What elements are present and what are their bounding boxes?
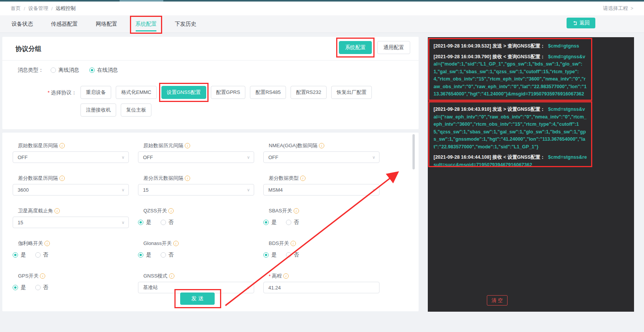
info-icon[interactable]: i bbox=[54, 208, 60, 214]
field-label: Glonass开关 bbox=[143, 240, 172, 247]
scrollbar-thumb[interactable] bbox=[412, 134, 415, 169]
tab-系统配置[interactable]: 系统配置 bbox=[135, 15, 157, 33]
back-button[interactable]: 返回 bbox=[567, 18, 595, 28]
info-icon[interactable]: i bbox=[168, 208, 174, 214]
chevron-down-icon: ∨ bbox=[122, 155, 125, 160]
protocol-button-注册接收机[interactable]: 注册接收机 bbox=[80, 104, 116, 117]
select-value: OFF bbox=[18, 154, 28, 160]
group-button-系统配置[interactable]: 系统配置 bbox=[339, 41, 372, 54]
radio-option-否[interactable]: 否 bbox=[35, 284, 49, 291]
field-label-row: 差分历元数据间隔i bbox=[138, 174, 254, 182]
info-icon[interactable]: i bbox=[185, 176, 190, 181]
protocol-row: *选择协议： 重启设备格式化EMMC设置GNSS配置配置GPRS配置RS485配… bbox=[15, 86, 409, 117]
protocol-button-配置RS232[interactable]: 配置RS232 bbox=[291, 86, 327, 99]
chevron-down-icon: ∨ bbox=[247, 187, 250, 192]
radio-option-是[interactable]: 是 bbox=[13, 251, 26, 258]
info-icon[interactable]: i bbox=[44, 241, 50, 246]
required-asterisk: * bbox=[269, 273, 271, 279]
form-field-Glonass开关: Glonass开关i是否 bbox=[138, 240, 254, 263]
select-NMEA(GGA)数据间隔[interactable]: OFF∨ bbox=[263, 151, 380, 163]
send-button[interactable]: 发 送 bbox=[180, 293, 215, 305]
input-高程[interactable] bbox=[263, 282, 380, 293]
protocol-group-panel: 协议分组 系统配置通用配置 消息类型： 离线消息在线消息 *选择协议： 重启设备… bbox=[2, 37, 419, 129]
protocol-button-配置GPRS[interactable]: 配置GPRS bbox=[211, 86, 246, 99]
radio-option-是[interactable]: 是 bbox=[263, 219, 277, 226]
select-原始数据历元间隔[interactable]: OFF∨ bbox=[138, 151, 254, 163]
chevron-down-icon: ∨ bbox=[122, 187, 125, 192]
protocol-button-复位主板[interactable]: 复位主板 bbox=[121, 104, 151, 117]
select-差分数据类型[interactable]: MSM4∨ bbox=[263, 184, 380, 196]
info-icon[interactable]: i bbox=[291, 241, 296, 246]
back-button-label: 返回 bbox=[580, 20, 590, 26]
protocol-button-设置GNSS配置[interactable]: 设置GNSS配置 bbox=[161, 86, 206, 99]
breadcrumb-item[interactable]: 远程控制 bbox=[56, 5, 76, 12]
tab-设备状态[interactable]: 设备状态 bbox=[12, 15, 33, 33]
breadcrumb: 首页/设备管理/远程控制 bbox=[11, 5, 76, 12]
radio-label: 否 bbox=[43, 251, 49, 258]
project-selector[interactable]: 请选择工程 > bbox=[603, 5, 633, 12]
field-label-row: 原始数据星历间隔i bbox=[13, 142, 129, 150]
radio-option-离线消息[interactable]: 离线消息 bbox=[51, 67, 79, 74]
info-icon[interactable]: i bbox=[169, 273, 174, 279]
info-icon[interactable]: i bbox=[173, 241, 179, 246]
log-block: [2021-09-28 16:04:43.910] 发送 > 设置GNSS配置：… bbox=[428, 101, 592, 167]
field-label: QZSS开关 bbox=[143, 207, 167, 214]
field-label-row: *高程i bbox=[263, 272, 380, 280]
log-entry: [2021-09-28 16:04:39.532] 发送 > 查询GNSS配置：… bbox=[434, 43, 587, 50]
radio-option-是[interactable]: 是 bbox=[263, 251, 277, 258]
info-icon[interactable]: i bbox=[294, 208, 299, 214]
info-icon[interactable]: i bbox=[59, 143, 65, 148]
protocol-button-恢复出厂配置[interactable]: 恢复出厂配置 bbox=[331, 86, 372, 99]
tab-传感器配置[interactable]: 传感器配置 bbox=[51, 15, 78, 33]
field-label: 卫星高度截止角 bbox=[18, 207, 53, 214]
select-差分历元数据间隔[interactable]: 15∨ bbox=[138, 184, 254, 196]
breadcrumb-item[interactable]: 首页 bbox=[11, 5, 21, 12]
radio-icon bbox=[286, 252, 291, 258]
radio-option-否[interactable]: 否 bbox=[286, 251, 299, 258]
radio-label: 是 bbox=[271, 219, 277, 226]
field-label: GPS开关 bbox=[18, 273, 38, 279]
field-label-row: SBAS开关i bbox=[263, 207, 380, 215]
gnss-form-grid: 原始数据星历间隔iOFF∨原始数据历元间隔iOFF∨NMEA(GGA)数据间隔i… bbox=[13, 142, 380, 295]
tab-下发历史[interactable]: 下发历史 bbox=[175, 15, 196, 33]
select-GNSS模式[interactable]: 基准站∨ bbox=[138, 282, 254, 293]
info-icon[interactable]: i bbox=[300, 176, 306, 181]
info-icon[interactable]: i bbox=[40, 273, 45, 279]
radio-option-否[interactable]: 否 bbox=[161, 219, 174, 226]
form-field-NMEA(GGA)数据间隔: NMEA(GGA)数据间隔iOFF∨ bbox=[263, 142, 380, 165]
info-icon[interactable]: i bbox=[59, 176, 65, 181]
protocol-button-重启设备[interactable]: 重启设备 bbox=[80, 86, 111, 99]
radio-option-否[interactable]: 否 bbox=[161, 251, 174, 258]
info-icon[interactable]: i bbox=[283, 273, 289, 279]
chevron-down-icon: ∨ bbox=[372, 187, 375, 192]
radio-option-在线消息[interactable]: 在线消息 bbox=[89, 67, 118, 74]
radio-label: 是 bbox=[146, 251, 151, 258]
select-value: OFF bbox=[268, 154, 278, 160]
info-icon[interactable]: i bbox=[319, 143, 324, 148]
radio-option-是[interactable]: 是 bbox=[138, 219, 151, 226]
group-button-通用配置[interactable]: 通用配置 bbox=[377, 41, 410, 54]
return-icon bbox=[572, 21, 577, 26]
protocol-label: *选择协议： bbox=[15, 86, 77, 96]
form-field-原始数据星历间隔: 原始数据星历间隔iOFF∨ bbox=[13, 142, 129, 165]
info-icon[interactable]: i bbox=[185, 143, 190, 148]
breadcrumb-item[interactable]: 设备管理 bbox=[28, 5, 48, 12]
field-label-row: 原始数据历元间隔i bbox=[138, 142, 254, 150]
chevron-down-icon: ∨ bbox=[247, 285, 250, 290]
select-卫星高度截止角[interactable]: 15∨ bbox=[13, 217, 129, 228]
clear-button[interactable]: 清 空 bbox=[487, 295, 508, 306]
panel-title: 协议分组 bbox=[15, 44, 41, 53]
radio-group-QZSS开关: 是否 bbox=[138, 217, 254, 228]
radio-option-否[interactable]: 否 bbox=[35, 251, 49, 258]
protocol-button-配置RS485[interactable]: 配置RS485 bbox=[250, 86, 286, 99]
field-label-row: Glonass开关i bbox=[138, 240, 254, 247]
protocol-button-格式化EMMC[interactable]: 格式化EMMC bbox=[116, 86, 157, 99]
select-value: 3600 bbox=[18, 187, 29, 193]
radio-option-否[interactable]: 否 bbox=[286, 219, 299, 226]
gnss-form-panel: 原始数据星历间隔iOFF∨原始数据历元间隔iOFF∨NMEA(GGA)数据间隔i… bbox=[2, 133, 419, 311]
select-差分数据星历间隔[interactable]: 3600∨ bbox=[13, 184, 129, 196]
radio-option-是[interactable]: 是 bbox=[138, 251, 151, 258]
radio-option-是[interactable]: 是 bbox=[13, 284, 26, 291]
tab-网络配置[interactable]: 网络配置 bbox=[96, 15, 117, 33]
select-原始数据星历间隔[interactable]: OFF∨ bbox=[13, 151, 129, 163]
